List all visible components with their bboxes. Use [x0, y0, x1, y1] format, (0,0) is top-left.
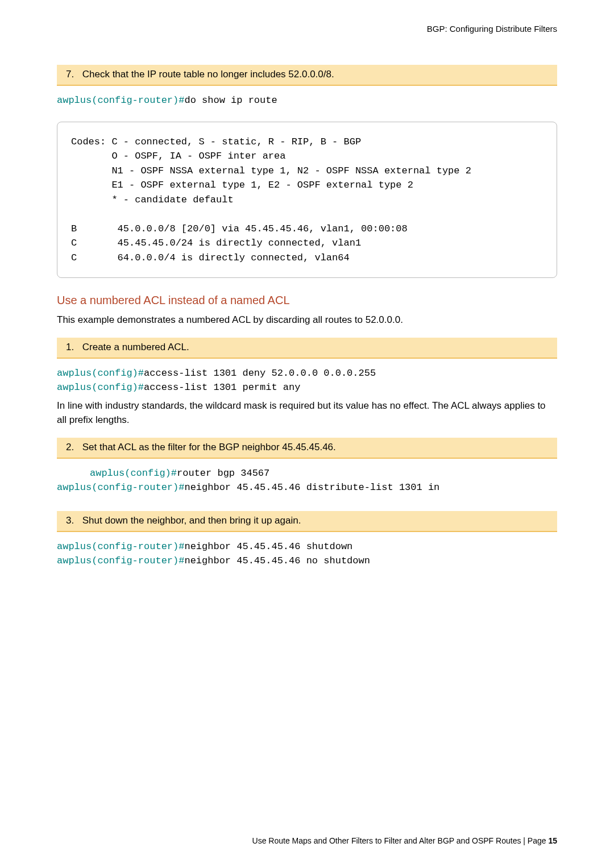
cmd-router-bgp: awplus(config)#router bgp 34567 [57, 468, 557, 479]
step-7-text: Check that the IP route table no longer … [82, 69, 334, 80]
cmd-neigh-dist: awplus(config-router)#neighbor 45.45.45.… [57, 482, 557, 493]
step-2: 2. Set that ACL as the filter for the BG… [57, 438, 557, 459]
cmd-neigh-noshut-text: neighbor 45.45.45.46 no shutdown [184, 555, 370, 566]
footer-page-number: 15 [548, 836, 557, 845]
section-heading: Use a numbered ACL instead of a named AC… [57, 294, 557, 307]
section-para1: This example demonstrates a numbered ACL… [57, 313, 557, 327]
step-3-text: Shut down the neighbor, and then bring i… [82, 515, 301, 526]
prompt-cfg-router-4: awplus(config-router)# [57, 555, 184, 566]
prompt-cfg-1: awplus(config)# [57, 368, 144, 379]
prompt-cfg-2: awplus(config)# [57, 382, 144, 393]
step-2-num: 2. [66, 441, 80, 454]
cmd-do-show: awplus(config-router)#do show ip route [57, 95, 557, 106]
prompt-cfg-router-3: awplus(config-router)# [57, 541, 184, 552]
prompt-cfg-router: awplus(config-router)# [57, 95, 184, 106]
step-1-num: 1. [66, 341, 80, 354]
cmd-neigh-shut-text: neighbor 45.45.45.46 shutdown [184, 541, 352, 552]
cmd-neigh-noshut: awplus(config-router)#neighbor 45.45.45.… [57, 555, 557, 566]
step-1-text: Create a numbered ACL. [82, 342, 189, 352]
cmd-acl-permit: awplus(config)#access-list 1301 permit a… [57, 382, 557, 393]
step-2-text: Set that ACL as the filter for the BGP n… [82, 442, 336, 452]
page-container: BGP: Configuring Distribute Filters 7. C… [0, 0, 614, 868]
page-footer: Use Route Maps and Other Filters to Filt… [252, 836, 557, 845]
cmd-acl-deny-text: access-list 1301 deny 52.0.0.0 0.0.0.255 [144, 368, 376, 379]
cmd-neigh-dist-text: neighbor 45.45.45.46 distribute-list 130… [184, 482, 439, 493]
cmd-acl-permit-text: access-list 1301 permit any [144, 382, 300, 393]
step-3-num: 3. [66, 514, 80, 528]
step-1: 1. Create a numbered ACL. [57, 338, 557, 359]
footer-text: Use Route Maps and Other Filters to Filt… [252, 836, 549, 845]
cmd-do-show-text: do show ip route [184, 95, 277, 106]
cmd-acl-deny: awplus(config)#access-list 1301 deny 52.… [57, 368, 557, 379]
prompt-cfg-router-2: awplus(config-router)# [57, 482, 184, 493]
step-3: 3. Shut down the neighbor, and then brin… [57, 511, 557, 532]
section-para2: In line with industry standards, the wil… [57, 398, 557, 427]
step-7-num: 7. [66, 68, 80, 81]
cmd-neigh-shut: awplus(config-router)#neighbor 45.45.45.… [57, 541, 557, 552]
cmd-router-bgp-text: router bgp 34567 [177, 468, 269, 479]
prompt-cfg-3: awplus(config)# [90, 468, 177, 479]
doc-header-title: BGP: Configuring Distribute Filters [57, 24, 557, 34]
step-7: 7. Check that the IP route table no long… [57, 65, 557, 86]
route-table-output: Codes: C - connected, S - static, R - RI… [57, 122, 557, 279]
